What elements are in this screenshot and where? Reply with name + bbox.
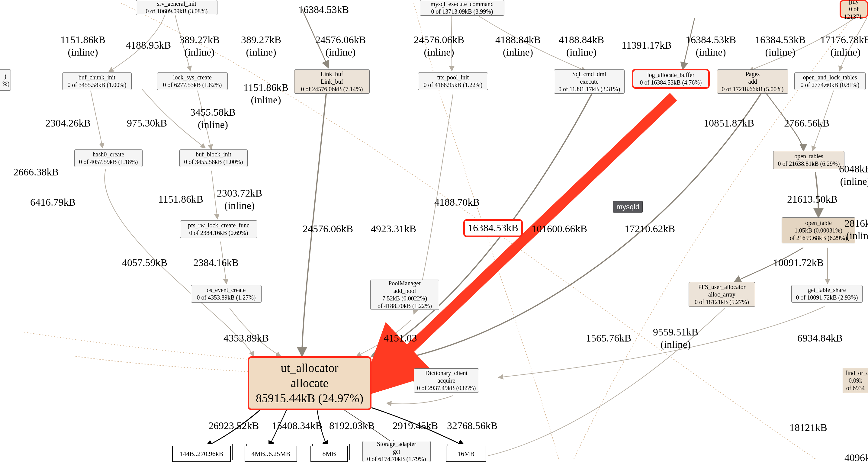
node-dictionary-client[interactable]: Dictionary_client acquire 0 of 2937.49kB… [414,368,479,393]
edge-label: 4151.03 [383,332,417,344]
bucket-3[interactable]: 8MB [310,446,348,462]
edge-label: 10091.72kB [773,257,824,269]
edge-label: 101600.66kB [532,223,587,235]
node-subtitle: 0 of 4353.89kB (1.27%) [194,294,259,301]
edge-label: 15408.34kB [272,420,322,432]
node-title: lock_sys_create [160,74,225,81]
node-l3: 0 of 18121kB (5.27%) [691,298,752,306]
bucket-1[interactable]: 144B..270.96kB [172,446,231,462]
node-l1: ut_allocator [252,361,368,376]
node-l3: 0 of 2937.49kB (0.85%) [416,384,476,392]
node-title: buf_chunk_init [65,74,129,81]
node-title: buf_block_init [182,151,245,158]
node-title: open_and_lock_tables [797,74,863,81]
edge-label: 1565.76kB [586,332,631,344]
node-title: [my [843,0,864,5]
node-line2: %) [2,80,8,88]
node-pfs-user-allocator[interactable]: PFS_user_allocator alloc_array 0 of 1812… [689,282,755,307]
edge-label: 16384.53kB (inline) [755,34,805,59]
edge-label: 2303.72kB (inline) [217,187,262,212]
bucket-label: 4MB..6.25MB [252,450,290,458]
bucket-4[interactable]: 16MB [446,446,486,462]
edge-label: 4188.70kB [434,196,479,209]
bucket-2[interactable]: 4MB..6.25MB [245,446,297,462]
node-title: Sql_cmd_dml [557,70,622,78]
node-get-table-share[interactable]: get_table_share 0 of 10091.72kB (2.93%) [791,285,863,303]
edge-label: 1151.86kB (inline) [243,82,288,106]
node-title: trx_pool_init [421,74,485,81]
edge-label: 9559.51kB (inline) [653,326,698,351]
node-ut-allocator[interactable]: ut_allocator allocate 85915.44kB (24.97%… [248,356,371,410]
edge-label: 2384.16kB [193,257,239,269]
edge-label: 24576.06kB (inline) [414,34,464,59]
node-subtitle: 0 of 11391.17kB (3.31%) [557,86,622,93]
node-os-event-create[interactable]: os_event_create 0 of 4353.89kB (1.27%) [191,285,261,303]
edge-label: 10851.87kB [704,117,754,129]
edge-label: 32768.56kB [447,420,497,432]
node-subtitle: 0 of 13713.09kB (3.99%) [423,8,502,16]
node-title: srv_general_init [138,0,215,7]
node-sql-cmd-dml[interactable]: Sql_cmd_dml execute 0 of 11391.17kB (3.3… [554,69,625,94]
node-buf-chunk-init[interactable]: buf_chunk_init 0 of 3455.58kB (1.00%) [62,72,132,90]
node-title2: Link_buf [297,78,367,86]
node-l2: acquire [416,377,476,384]
edge-label: 6048kB (inline) [839,163,868,188]
node-storage-adapter[interactable]: Storage_adapter get 0 of 6174.70kB (1.79… [363,441,431,462]
node-l2: get [365,448,428,455]
node-log-allocate-buffer[interactable]: log_allocate_buffer 0 of 16384.53kB (4.7… [632,69,710,89]
edge-label: 8192.03kB [329,420,374,432]
node-pages-add[interactable]: Pages add 0 of 17218.66kB (5.00%) [717,69,788,94]
node-buf-block-init[interactable]: buf_block_init 0 of 3455.58kB (1.00%) [179,150,248,167]
node-pool-manager[interactable]: PoolManager add_pool 7.52kB (0.0022%) of… [370,280,439,310]
node-left-truncated[interactable]: ) %) [0,69,11,91]
edge-label: 26923.52kB [208,420,259,432]
edge-label: 389.27kB (inline) [241,34,281,59]
node-title: mysql_execute_command [423,0,502,8]
edge-label: 16384.53kB (inline) [686,34,736,59]
node-subtitle: 0 of 24576.06kB (7.14%) [297,86,367,93]
edge-label: 3455.58kB (inline) [190,106,236,131]
edge-label: 389.27kB (inline) [179,34,220,59]
node-trx-pool-init[interactable]: trx_pool_init 0 of 4188.95kB (1.22%) [418,72,488,90]
node-subtitle: 0 of 6277.53kB (1.82%) [160,81,225,89]
edge-label: 2816k (inlin [844,217,868,242]
node-link-buf[interactable]: Link_buf Link_buf 0 of 24576.06kB (7.14%… [294,69,370,94]
tooltip-text: mysqld [616,203,639,211]
node-l3: 7.52kB (0.0022%) [373,295,436,302]
edge-label: 16384.53kB [299,4,349,16]
edge-label: 4188.95kB [126,39,171,52]
node-subtitle: 0 of 4057.59kB (1.18%) [77,158,140,166]
node-title: log_allocate_buffer [636,71,706,79]
node-title: os_event_create [194,286,259,294]
node-title: pfs_rw_lock_create_func [183,222,255,229]
node-root-truncated[interactable]: [my 0 of 121371. [840,0,868,18]
edge-label: 1151.86kB (inline) [60,34,105,59]
edge-label: 6416.79kB [30,196,75,209]
node-srv-general-init[interactable]: srv_general_init 0 of 10609.09kB (3.08%) [136,0,217,15]
node-subtitle: 0 of 3455.58kB (1.00%) [182,158,245,166]
edge-label: 17210.62kB [625,223,675,235]
node-hash0-create[interactable]: hash0_create 0 of 4057.59kB (1.18%) [74,150,143,167]
node-title: get_table_share [794,286,860,294]
node-l3: 85915.44kB (24.97%) [252,391,368,406]
node-l1: find_or_c [845,369,866,377]
edge-label: 975.30kB [127,117,167,129]
node-pfs-rw-lock[interactable]: pfs_rw_lock_create_func 0 of 2384.16kB (… [180,220,257,238]
node-l3: of 6934 [845,384,866,392]
node-title: hash0_create [77,151,140,158]
edge-label: 4096k [844,452,868,462]
node-l1: PoolManager [373,280,436,287]
node-line1: ) [2,72,8,80]
node-title: open_tables [776,153,842,160]
node-open-tables[interactable]: open_tables 0 of 21638.81kB (6.29%) [773,151,844,169]
node-mysql-execute-command[interactable]: mysql_execute_command 0 of 13713.09kB (3… [420,0,504,16]
node-l2: alloc_array [691,291,752,298]
edge-label: 4353.89kB [223,332,269,344]
node-find-or-truncated[interactable]: find_or_c 0.09k of 6934 [843,368,868,393]
edge-label: 4057.59kB [122,257,167,269]
node-subtitle: 0 of 17218.66kB (5.00%) [720,86,785,93]
node-title2: 1.05kB (0.00031%) [784,227,852,234]
node-open-and-lock-tables[interactable]: open_and_lock_tables 0 of 2774.60kB (0.8… [794,72,866,90]
node-subtitle: 0 of 10091.72kB (2.93%) [794,294,860,301]
node-lock-sys-create[interactable]: lock_sys_create 0 of 6277.53kB (1.82%) [157,72,228,90]
